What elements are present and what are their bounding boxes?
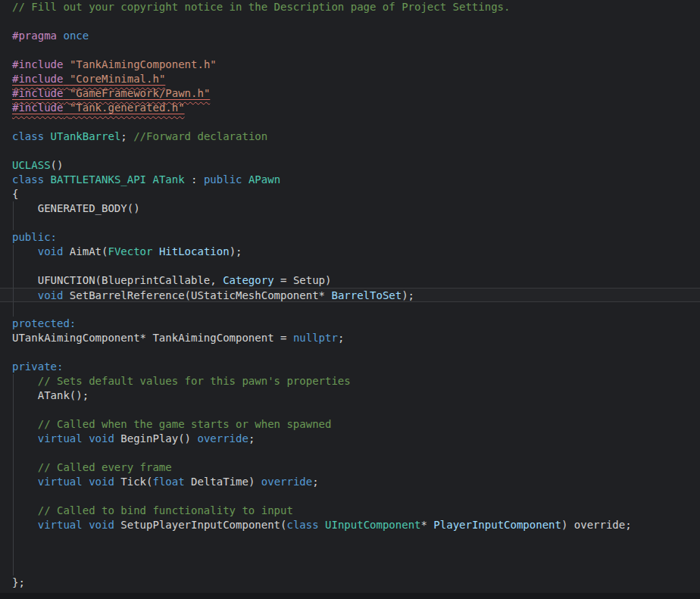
code-line[interactable]: #include "TankAimingComponent.h" <box>0 58 700 72</box>
code-line[interactable]: class BATTLETANKS_API ATank : public APa… <box>0 173 700 187</box>
code-token: void <box>38 245 64 257</box>
code-line[interactable]: virtual void Tick(float DeltaTime) overr… <box>0 475 700 489</box>
code-token <box>319 519 325 531</box>
code-token: class <box>12 173 44 186</box>
code-token: = Setup) <box>274 274 332 286</box>
code-token: ; <box>312 476 318 488</box>
code-line[interactable]: virtual void BeginPlay() override; <box>0 432 700 446</box>
code-token: * <box>421 519 434 531</box>
code-token: SetBarrelReference(UStaticMeshComponent* <box>63 289 331 301</box>
code-token: BarrelToSet <box>331 289 402 301</box>
code-line[interactable]: class UTankBarrel; //Forward declaration <box>0 129 700 144</box>
code-token: ; <box>338 332 344 344</box>
code-token: override <box>261 476 312 488</box>
code-line[interactable]: UCLASS() <box>0 158 700 173</box>
code-line[interactable] <box>0 561 700 576</box>
code-line[interactable]: UFUNCTION(BlueprintCallable, Category = … <box>0 273 700 288</box>
code-token: // Sets default values for this pawn's p… <box>38 375 351 387</box>
code-token: HitLocation <box>159 245 230 257</box>
code-token <box>12 519 38 531</box>
code-token: #pragma <box>12 30 57 42</box>
code-token: BATTLETANKS_API <box>51 173 146 186</box>
code-line[interactable]: // Called every frame <box>0 460 700 475</box>
code-token: protected: <box>12 317 76 329</box>
code-line[interactable]: }; <box>0 576 700 590</box>
code-line[interactable] <box>0 115 700 129</box>
code-editor[interactable]: // Fill out your copyright notice in the… <box>0 0 700 599</box>
code-token <box>83 432 89 445</box>
code-token <box>83 476 89 488</box>
code-token: virtual <box>38 519 83 531</box>
code-token <box>12 289 38 301</box>
code-token <box>63 73 69 85</box>
code-token: "GameFramework/Pawn.h" <box>70 87 210 99</box>
code-token <box>12 375 38 387</box>
code-line[interactable]: protected: <box>0 317 700 331</box>
code-line[interactable]: UTankAimingComponent* TankAimingComponen… <box>0 331 700 345</box>
code-token: ATank(); <box>12 389 89 401</box>
code-line[interactable] <box>0 446 700 460</box>
code-line[interactable]: ATank(); <box>0 388 700 403</box>
code-token <box>12 476 38 488</box>
code-line[interactable]: // Called when the game starts or when s… <box>0 417 700 432</box>
code-token: () <box>51 159 64 171</box>
code-token: }; <box>12 576 25 588</box>
include-error-squiggle: #include "GameFramework/Pawn.h" <box>12 87 210 99</box>
code-line[interactable]: #include "CoreMinimal.h" <box>0 72 700 86</box>
include-error-squiggle: #include "Tank.generated.h" <box>12 101 185 114</box>
code-token: PlayerInputComponent <box>433 519 561 531</box>
code-token: nullptr <box>293 332 338 344</box>
code-token: ); <box>230 245 242 257</box>
code-line[interactable]: private: <box>0 360 700 374</box>
code-token: #include <box>12 73 63 85</box>
code-token: virtual <box>38 432 83 445</box>
code-token <box>44 173 50 186</box>
code-token: ATank <box>152 173 184 186</box>
code-token: // Called to bind functionality to input <box>38 504 293 516</box>
code-line[interactable]: #include "GameFramework/Pawn.h" <box>0 86 700 101</box>
bottom-panel-edge <box>0 593 700 599</box>
code-token: UTankAimingComponent* TankAimingComponen… <box>12 332 293 344</box>
code-line[interactable]: #include "Tank.generated.h" <box>0 101 700 115</box>
code-token: #include <box>12 87 63 99</box>
code-token <box>83 519 89 531</box>
code-line[interactable]: #pragma once <box>0 29 700 43</box>
code-line[interactable]: virtual void SetupPlayerInputComponent(c… <box>0 518 700 532</box>
code-token <box>44 130 50 142</box>
code-line[interactable] <box>0 216 700 230</box>
code-line[interactable]: // Fill out your copyright notice in the… <box>0 0 700 14</box>
code-line[interactable]: // Sets default values for this pawn's p… <box>0 374 700 388</box>
code-line[interactable] <box>0 345 700 360</box>
code-token: class <box>12 130 44 142</box>
code-token: UInputComponent <box>325 519 420 531</box>
code-token: private: <box>12 360 63 373</box>
code-line[interactable] <box>0 547 700 561</box>
code-token: class <box>286 519 318 531</box>
code-token <box>12 418 38 430</box>
code-token: // Called every frame <box>38 461 172 473</box>
code-line[interactable]: void AimAt(FVector HitLocation); <box>0 245 700 259</box>
code-line[interactable] <box>0 144 700 158</box>
code-line[interactable] <box>0 532 700 547</box>
code-line[interactable]: public: <box>0 230 700 245</box>
code-line[interactable] <box>0 302 700 317</box>
code-token: override <box>197 432 248 445</box>
code-token <box>63 58 69 70</box>
code-token: UCLASS <box>12 159 51 171</box>
code-line[interactable]: GENERATED_BODY() <box>0 201 700 216</box>
code-line[interactable] <box>0 43 700 58</box>
code-line[interactable] <box>0 259 700 273</box>
code-line[interactable] <box>0 403 700 417</box>
code-area[interactable]: // Fill out your copyright notice in the… <box>0 0 700 590</box>
code-token: "TankAimingComponent.h" <box>70 58 217 70</box>
include-error-underline: #include "CoreMinimal.h" <box>12 73 165 85</box>
include-error-underline: #include "GameFramework/Pawn.h" <box>12 87 210 99</box>
code-token: APawn <box>248 173 280 186</box>
code-line[interactable]: { <box>0 187 700 201</box>
code-line[interactable] <box>0 489 700 504</box>
code-token: public <box>204 173 242 186</box>
code-line-current[interactable]: void SetBarrelReference(UStaticMeshCompo… <box>0 288 700 302</box>
code-token: { <box>12 188 18 200</box>
code-line[interactable] <box>0 14 700 29</box>
code-line[interactable]: // Called to bind functionality to input <box>0 504 700 518</box>
